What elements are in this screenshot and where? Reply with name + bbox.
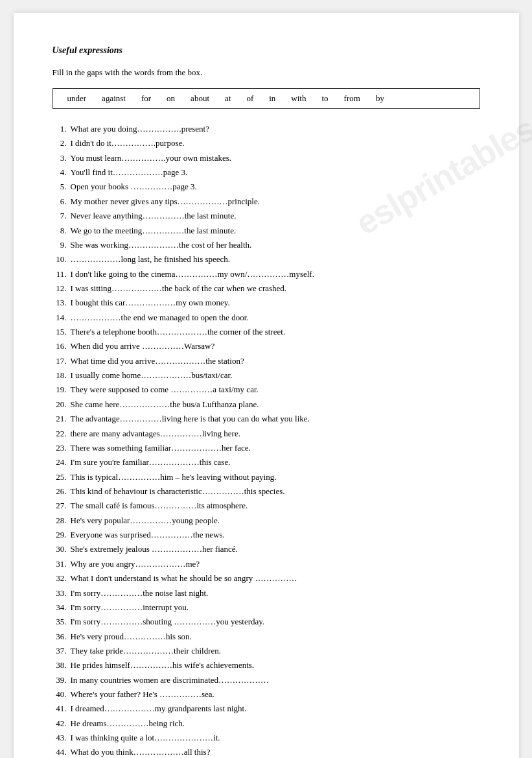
exercise-item: 15.There's a telephone booth………………the co… <box>52 325 480 339</box>
exercise-text: ………………long last, he finished his speech. <box>71 252 480 266</box>
exercise-item: 13.I bought this car………………my own money. <box>52 296 480 310</box>
exercise-text: In many countries women are discriminate… <box>71 673 480 687</box>
exercise-number: 40. <box>52 687 71 702</box>
exercise-number: 37. <box>52 644 71 658</box>
exercise-item: 36.He's very proud……………his son. <box>52 630 480 644</box>
exercise-number: 32. <box>52 571 71 586</box>
exercise-number: 15. <box>52 325 71 339</box>
exercise-number: 5. <box>52 180 71 194</box>
exercise-number: 14. <box>52 311 71 325</box>
word-box-item: against <box>94 92 133 105</box>
exercise-item: 18.I usually come home………………bus/taxi/car… <box>52 368 480 383</box>
exercise-item: 20.She came here………………the bus/a Lufthanz… <box>52 397 480 412</box>
exercise-text: When did you arrive ……………Warsaw? <box>71 339 480 353</box>
exercise-item: 33.I'm sorry……………the noise last night. <box>52 586 480 600</box>
exercise-number: 10. <box>52 252 71 266</box>
instructions: Fill in the gaps with the words from the… <box>52 67 480 78</box>
exercise-number: 41. <box>52 702 71 716</box>
exercise-text: You'll find it………………page 3. <box>71 165 480 180</box>
exercise-number: 29. <box>52 528 71 542</box>
exercise-text: I didn't do it…………….purpose. <box>71 136 480 150</box>
exercise-text: What time did you arrive………………the statio… <box>71 354 480 368</box>
word-box-item: of <box>238 92 261 105</box>
exercise-number: 19. <box>52 383 71 397</box>
exercise-number: 12. <box>52 281 71 296</box>
exercise-text: I dreamed………………my grandparents last nigh… <box>71 702 480 716</box>
exercise-text: I'm sorry……………the noise last night. <box>71 586 480 600</box>
exercise-number: 34. <box>52 600 71 615</box>
exercise-text: You must learn…………….your own mistakes. <box>71 151 480 165</box>
exercise-item: 19.They were supposed to come ……………a tax… <box>52 383 480 397</box>
exercise-text: Never leave anything……………the last minute… <box>71 209 480 223</box>
exercise-number: 9. <box>52 238 71 252</box>
exercises-list: 1.What are you doing…………….present?2.I di… <box>52 122 480 758</box>
word-box-item: to <box>314 92 336 105</box>
exercise-item: 37.They take pride………………their children. <box>52 644 480 658</box>
exercise-text: Open your books ……………page 3. <box>71 180 480 194</box>
word-box-item: under <box>60 92 95 105</box>
exercise-number: 1. <box>52 122 71 136</box>
exercise-number: 27. <box>52 499 71 513</box>
exercise-item: 34.I'm sorry……………interrupt you. <box>52 600 480 615</box>
exercise-text: She was working………………the cost of her hea… <box>71 238 480 252</box>
exercise-item: 4.You'll find it………………page 3. <box>52 165 480 180</box>
exercise-item: 40.Where's your father? He's ……………sea. <box>52 687 480 702</box>
exercise-number: 28. <box>52 514 71 528</box>
exercise-item: 2.I didn't do it…………….purpose. <box>52 136 480 150</box>
exercise-item: 41.I dreamed………………my grandparents last n… <box>52 702 480 716</box>
exercise-item: 30.She's extremely jealous ………………her fia… <box>52 542 480 556</box>
exercise-text: We go to the meeting……………the last minute… <box>71 224 480 238</box>
exercise-text: They were supposed to come ……………a taxi/m… <box>71 383 480 397</box>
exercise-item: 26.This kind of behaviour is characteris… <box>52 484 480 499</box>
exercise-text: He prides himself……………his wife's achieve… <box>71 658 480 672</box>
worksheet-page: eslprintables.com Useful expressions Fil… <box>14 13 519 758</box>
exercise-text: Everyone was surprised……………the news. <box>71 528 480 542</box>
exercise-text: He dreams……………being rich. <box>71 717 480 731</box>
exercise-number: 16. <box>52 339 71 353</box>
exercise-item: 1.What are you doing…………….present? <box>52 122 480 136</box>
word-box-item: about <box>183 92 217 105</box>
word-box-item: by <box>368 92 392 105</box>
exercise-number: 3. <box>52 151 71 165</box>
exercise-number: 20. <box>52 397 71 412</box>
exercise-number: 6. <box>52 195 71 209</box>
exercise-item: 8.We go to the meeting……………the last minu… <box>52 224 480 238</box>
exercise-item: 25.This is typical……………him – he's leavin… <box>52 470 480 484</box>
exercise-number: 38. <box>52 658 71 672</box>
exercise-item: 7.Never leave anything……………the last minu… <box>52 209 480 223</box>
exercise-item: 9.She was working………………the cost of her h… <box>52 238 480 252</box>
exercise-text: He's very popular……………young people. <box>71 514 480 528</box>
exercise-text: What are you doing…………….present? <box>71 122 480 136</box>
exercise-item: 39.In many countries women are discrimin… <box>52 673 480 687</box>
exercise-number: 7. <box>52 209 71 223</box>
exercise-text: I usually come home………………bus/taxi/car. <box>71 368 480 383</box>
exercise-text: I bought this car………………my own money. <box>71 296 480 310</box>
exercise-item: 27.The small café is famous……………its atmo… <box>52 499 480 513</box>
word-box-item: for <box>133 92 159 105</box>
exercise-item: 16.When did you arrive ……………Warsaw? <box>52 339 480 353</box>
exercise-text: He's very proud……………his son. <box>71 630 480 644</box>
exercise-item: 23.There was something familiar………………her… <box>52 441 480 455</box>
exercise-number: 4. <box>52 165 71 180</box>
word-box-item: in <box>261 92 283 105</box>
exercise-item: 38.He prides himself……………his wife's achi… <box>52 658 480 672</box>
exercise-number: 26. <box>52 484 71 499</box>
exercise-text: I was sitting………………the back of the car w… <box>71 281 480 296</box>
exercise-item: 12.I was sitting………………the back of the ca… <box>52 281 480 296</box>
exercise-number: 2. <box>52 136 71 150</box>
exercise-item: 5.Open your books ……………page 3. <box>52 180 480 194</box>
exercise-text: My mother never gives any tips………………prin… <box>71 195 480 209</box>
exercise-number: 44. <box>52 745 71 758</box>
word-box-item: from <box>336 92 368 105</box>
exercise-number: 24. <box>52 455 71 469</box>
exercise-number: 31. <box>52 557 71 571</box>
exercise-text: She's extremely jealous ………………her fiancé… <box>71 542 480 556</box>
exercise-item: 29.Everyone was surprised……………the news. <box>52 528 480 542</box>
exercise-number: 13. <box>52 296 71 310</box>
exercise-text: Where's your father? He's ……………sea. <box>71 687 480 702</box>
exercise-item: 17.What time did you arrive………………the sta… <box>52 354 480 368</box>
word-box: underagainstforonaboutatofinwithtofromby <box>52 88 480 109</box>
exercise-text: I'm sorry……………interrupt you. <box>71 600 480 615</box>
exercise-number: 25. <box>52 470 71 484</box>
exercise-item: 28.He's very popular……………young people. <box>52 514 480 528</box>
